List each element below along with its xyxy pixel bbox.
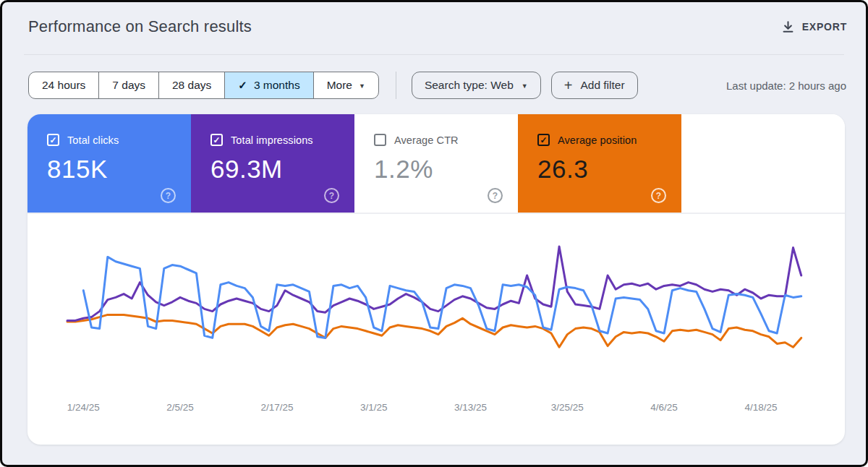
add-filter-label: Add filter xyxy=(580,79,624,92)
x-axis-tick-label: 4/6/25 xyxy=(650,402,678,413)
metric-value: 815K xyxy=(47,155,175,184)
search-type-filter[interactable]: Search type: Web ▼ xyxy=(412,72,541,99)
metric-card-average-ctr[interactable]: Average CTR 1.2% ? xyxy=(354,114,518,213)
date-range-more[interactable]: More ▼ xyxy=(313,72,378,98)
x-axis-tick-label: 1/24/25 xyxy=(67,402,100,413)
metric-checkbox[interactable]: ✓ xyxy=(210,134,223,146)
date-range-3-months[interactable]: ✓ 3 months xyxy=(224,72,312,98)
filter-toolbar: 24 hours 7 days 28 days ✓ 3 months More … xyxy=(28,72,846,99)
help-icon[interactable]: ? xyxy=(651,188,666,203)
help-icon[interactable]: ? xyxy=(324,188,339,203)
x-axis-tick-label: 2/5/25 xyxy=(166,402,194,413)
last-update-text: Last update: 2 hours ago xyxy=(726,80,846,92)
x-axis-tick-label: 4/18/25 xyxy=(744,402,777,413)
app-window: Performance on Search results EXPORT 24 … xyxy=(0,0,868,467)
export-label: EXPORT xyxy=(802,21,847,33)
metric-label: Average position xyxy=(558,134,637,146)
date-range-label: 3 months xyxy=(254,79,300,92)
metric-card-header: Average CTR xyxy=(374,134,502,146)
add-filter-button[interactable]: + Add filter xyxy=(551,72,638,99)
date-range-label: 28 days xyxy=(172,79,211,92)
metric-card-average-position[interactable]: ✓ Average position 26.3 ? xyxy=(518,114,681,213)
date-range-24-hours[interactable]: 24 hours xyxy=(29,72,98,98)
check-icon: ✓ xyxy=(238,79,247,92)
chevron-down-icon: ▼ xyxy=(359,82,365,90)
help-icon[interactable]: ? xyxy=(161,188,176,203)
date-range-label: More xyxy=(327,79,352,92)
metric-cards-spacer xyxy=(681,114,845,213)
metric-value: 1.2% xyxy=(374,155,502,184)
metric-checkbox[interactable] xyxy=(374,134,386,146)
download-icon xyxy=(781,20,795,34)
header-divider xyxy=(24,54,844,55)
metric-label: Total clicks xyxy=(67,134,119,146)
metric-card-header: ✓ Average position xyxy=(537,134,665,146)
x-axis-tick-label: 3/25/25 xyxy=(551,402,584,413)
metric-card-header: ✓ Total impressions xyxy=(210,134,339,146)
performance-panel: ✓ Total clicks 815K ? ✓ Total impression… xyxy=(27,114,845,445)
metric-card-total-impressions[interactable]: ✓ Total impressions 69.3M ? xyxy=(191,114,354,213)
chevron-down-icon: ▼ xyxy=(522,82,528,90)
metric-label: Total impressions xyxy=(231,134,313,146)
date-range-group: 24 hours 7 days 28 days ✓ 3 months More … xyxy=(28,72,379,99)
search-type-label: Search type: Web xyxy=(425,79,514,92)
x-axis-tick-label: 3/13/25 xyxy=(454,402,487,413)
performance-chart: 1/24/252/5/252/17/253/1/253/13/253/25/25… xyxy=(27,214,845,445)
metric-value: 26.3 xyxy=(537,155,665,184)
metric-card-total-clicks[interactable]: ✓ Total clicks 815K ? xyxy=(27,114,191,213)
chart-line-position xyxy=(67,314,801,347)
date-range-label: 7 days xyxy=(112,79,145,92)
x-axis-tick-label: 2/17/25 xyxy=(260,402,293,413)
metric-card-header: ✓ Total clicks xyxy=(47,134,175,146)
toolbar-divider xyxy=(396,72,396,99)
chart-line-impressions xyxy=(67,247,801,320)
x-axis-tick-label: 3/1/25 xyxy=(360,402,388,413)
metric-value: 69.3M xyxy=(210,155,339,184)
date-range-28-days[interactable]: 28 days xyxy=(158,72,224,98)
metric-label: Average CTR xyxy=(394,134,459,146)
date-range-7-days[interactable]: 7 days xyxy=(98,72,158,98)
chart-line-clicks xyxy=(83,257,801,338)
plus-icon: + xyxy=(564,78,573,93)
export-button[interactable]: EXPORT xyxy=(781,17,847,36)
date-range-label: 24 hours xyxy=(42,79,85,92)
help-icon[interactable]: ? xyxy=(488,188,503,203)
metric-checkbox[interactable]: ✓ xyxy=(537,134,550,146)
page-title: Performance on Search results xyxy=(28,17,252,36)
metric-cards-row: ✓ Total clicks 815K ? ✓ Total impression… xyxy=(27,114,845,214)
metric-checkbox[interactable]: ✓ xyxy=(47,134,59,146)
